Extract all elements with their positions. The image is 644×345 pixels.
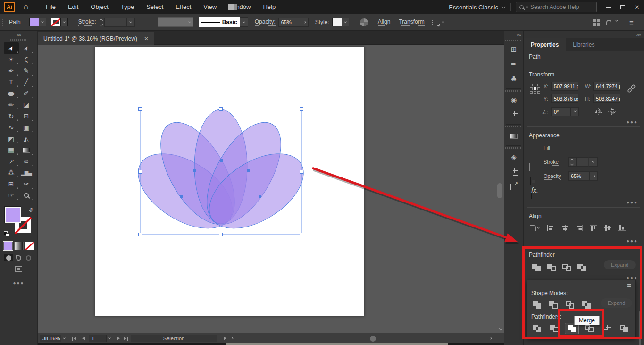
home-icon[interactable]: ⌂: [20, 0, 32, 14]
horizontal-align-left-button[interactable]: [545, 223, 557, 233]
tool-scale[interactable]: ⊡: [19, 110, 34, 122]
zoom-level-field[interactable]: 38.16%: [40, 335, 61, 342]
horizontal-align-right-button[interactable]: [574, 223, 585, 233]
brush-definition-dropdown[interactable]: [158, 17, 193, 27]
tool-pen[interactable]: ✒: [4, 65, 19, 76]
recolor-artwork-icon[interactable]: [360, 18, 368, 26]
draw-behind-button[interactable]: [14, 254, 23, 261]
panel-artboards-icon[interactable]: ⊞: [504, 42, 523, 57]
document-tab[interactable]: Untitled-1* @ 38.16% (RGB/Preview) ✕: [38, 32, 154, 45]
pathfinder-outline-button[interactable]: [600, 323, 614, 334]
opacity-expand[interactable]: [301, 18, 309, 27]
maximize-button[interactable]: [616, 0, 630, 14]
menu-select[interactable]: Select: [140, 0, 169, 14]
next-artboard-button[interactable]: [117, 333, 120, 344]
status-expand-icon[interactable]: [224, 333, 226, 344]
workspace-switcher[interactable]: Essentials Classic: [449, 4, 498, 11]
tool-ellipse[interactable]: ●: [4, 88, 19, 99]
tool-shaper[interactable]: ✏: [4, 99, 19, 110]
scroll-down-icon[interactable]: [499, 327, 502, 330]
scroll-left-icon[interactable]: [232, 333, 234, 344]
fx-button[interactable]: fx.: [531, 186, 538, 194]
appearance-more-options[interactable]: ●●●: [627, 200, 638, 205]
align-to-dropdown[interactable]: [530, 225, 539, 231]
edit-toolbar-dots[interactable]: ●●●: [13, 280, 24, 286]
panel-symbols-icon[interactable]: ♣: [504, 72, 523, 86]
stroke-weight-dropdown[interactable]: [588, 157, 598, 167]
panel-gradient-icon[interactable]: [504, 129, 523, 143]
tool-magic-wand[interactable]: ✶: [4, 54, 19, 65]
fill-color-swatch[interactable]: [29, 18, 39, 26]
zoom-dropdown-icon[interactable]: [63, 333, 65, 344]
x-field[interactable]: 507.9911 p: [551, 82, 578, 91]
tool-curvature[interactable]: ✎: [19, 65, 34, 76]
menu-view[interactable]: View: [197, 0, 223, 14]
menu-file[interactable]: File: [40, 0, 62, 14]
draw-normal-button[interactable]: [4, 254, 13, 261]
control-panel-menu-icon[interactable]: ≡: [629, 18, 634, 26]
stroke-weight-field[interactable]: [576, 157, 588, 167]
status-display[interactable]: Selection: [131, 335, 217, 342]
link-dimensions-icon[interactable]: [627, 84, 636, 94]
close-button[interactable]: ✕: [630, 0, 644, 14]
tool-paintbrush[interactable]: ✐: [19, 88, 34, 99]
stroke-weight-label[interactable]: Stroke:: [78, 18, 96, 26]
transform-link[interactable]: Transform: [399, 18, 424, 26]
tool-column-graph[interactable]: ▂▆▄: [19, 167, 34, 178]
scroll-right-icon[interactable]: [490, 333, 492, 344]
document-arrangement-icon[interactable]: [593, 19, 596, 22]
h-field[interactable]: 503.8247 p: [593, 94, 620, 103]
pathfinder-unite-button[interactable]: [529, 262, 544, 273]
collapse-panel-icon[interactable]: »»: [636, 32, 640, 38]
first-artboard-button[interactable]: [72, 333, 76, 344]
style-swatch[interactable]: [332, 18, 342, 26]
opacity-label[interactable]: Opacity:: [255, 18, 276, 26]
chevron-down-icon[interactable]: [502, 4, 505, 8]
select-similar-icon[interactable]: [432, 20, 438, 25]
panel-export-icon[interactable]: [504, 179, 523, 194]
panel-brushes-icon[interactable]: ✒: [504, 57, 523, 72]
tool-direct-selection[interactable]: ➤: [19, 42, 34, 54]
pathfinder-exclude-button[interactable]: [579, 299, 594, 311]
flip-vertical-icon[interactable]: [607, 108, 616, 115]
pathfinder-divide-button[interactable]: [530, 323, 544, 334]
tool-warp[interactable]: ∿: [4, 122, 19, 133]
tool-symbol-sprayer[interactable]: ⁂: [4, 167, 19, 178]
toolbar-drag-handle[interactable]: [10, 39, 27, 41]
menu-object[interactable]: Object: [84, 0, 115, 14]
pathfinder-trim-button[interactable]: [547, 323, 561, 334]
tool-mesh[interactable]: ▦: [4, 144, 19, 156]
tool-type[interactable]: T: [4, 76, 19, 88]
stroke-weight-dropdown[interactable]: [127, 18, 135, 27]
artboard-dropdown-icon[interactable]: [109, 333, 110, 344]
profile-dropdown[interactable]: [240, 17, 248, 27]
snap-options-icon[interactable]: [606, 20, 611, 25]
chevron-down-icon[interactable]: [442, 20, 444, 23]
vertical-scrollbar[interactable]: [497, 46, 502, 325]
variable-width-profile[interactable]: Basic: [199, 17, 240, 27]
tool-zoom[interactable]: [19, 190, 34, 201]
panel-artboards-panel-icon[interactable]: [504, 165, 523, 179]
tool-lasso[interactable]: ζ: [19, 54, 34, 65]
panel-drag-handle[interactable]: [505, 90, 522, 92]
tool-free-transform[interactable]: ▣: [19, 122, 34, 133]
default-fill-stroke-icon[interactable]: [4, 231, 9, 237]
menu-help[interactable]: Help: [257, 0, 282, 14]
expand-button[interactable]: Expand: [604, 260, 636, 269]
drag-handle[interactable]: [2, 18, 3, 26]
chevron-down-icon[interactable]: [615, 19, 618, 22]
y-field[interactable]: 503.876 px: [551, 94, 578, 103]
pathfinder-intersect-button[interactable]: [560, 262, 574, 273]
opacity-field[interactable]: 65%: [568, 171, 590, 181]
opacity-field[interactable]: 65%: [278, 18, 301, 27]
tool-line-segment[interactable]: ╱: [19, 76, 34, 88]
previous-artboard-button[interactable]: [82, 333, 85, 344]
tool-shape-builder[interactable]: ◩: [4, 133, 19, 144]
stroke-color-swatch[interactable]: [51, 18, 61, 26]
menu-effect[interactable]: Effect: [169, 0, 197, 14]
none-button[interactable]: [25, 242, 34, 250]
collapse-toolbar-icon[interactable]: ««: [17, 32, 20, 38]
pathfinder-minus-back-button[interactable]: [617, 323, 631, 334]
pathfinder-minus-front-button[interactable]: [546, 299, 560, 311]
panel-swatches-icon[interactable]: [504, 108, 523, 122]
